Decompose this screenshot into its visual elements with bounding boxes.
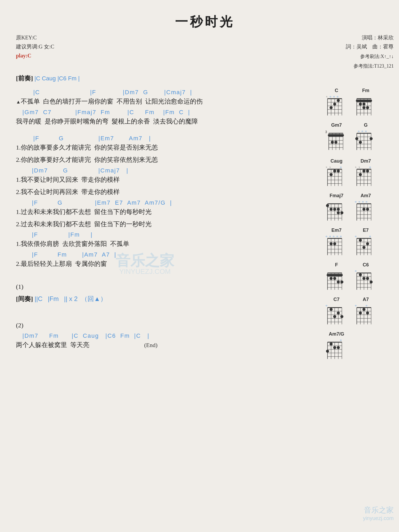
svg-point-200 xyxy=(333,315,336,318)
chord-grid-F xyxy=(325,269,348,293)
svg-point-30 xyxy=(363,106,365,109)
svg-point-44 xyxy=(331,141,334,144)
lyricist: 詞：吴斌 xyxy=(346,44,367,50)
chord-grid-C6: o xyxy=(354,269,378,293)
chorus-lyric1b: 2.你的故事要好久才能讲完 你的笑容依然别来无恙 xyxy=(16,155,319,165)
svg-text:o: o xyxy=(366,304,367,307)
chord-name-A7: A7 xyxy=(363,297,369,302)
svg-point-199 xyxy=(330,308,332,311)
interlude-section1: (1) [间奏] ||C |Fm || x 2 （回▲） xyxy=(16,282,319,304)
svg-point-231 xyxy=(333,346,336,349)
svg-text:o: o xyxy=(329,234,331,238)
chord-diagram-Am7: Am7 o o o o xyxy=(354,193,378,224)
svg-text:x: x xyxy=(326,95,328,98)
svg-point-60 xyxy=(370,137,373,140)
chord-name-E7: E7 xyxy=(363,228,369,233)
svg-rect-168 xyxy=(327,274,343,276)
chord-grid-Dm7: x x o xyxy=(354,165,378,189)
chorus-lyric2a: 1.我不要让时间又回来 带走你的模样 xyxy=(16,175,319,185)
svg-point-106 xyxy=(333,208,336,211)
chord-diagram-C: C x o o o xyxy=(325,88,348,118)
chorus-lyric2b: 2.我不会让时间再回来 带走你的模样 xyxy=(16,187,319,197)
watermark-url-bottom: yinyuezj.com xyxy=(363,515,394,521)
svg-point-77 xyxy=(330,173,332,176)
svg-point-61 xyxy=(359,141,362,144)
chorus-lyric1a: 1.你的故事要多久才能讲完 你的笑容是否别来无恙 xyxy=(16,142,319,152)
svg-text:o: o xyxy=(337,95,338,98)
svg-text:o: o xyxy=(361,129,363,133)
chord-grid-Am7G: o xyxy=(325,338,348,362)
svg-point-142 xyxy=(333,242,336,245)
svg-text:o: o xyxy=(340,338,342,341)
svg-text:x: x xyxy=(359,165,360,168)
svg-point-230 xyxy=(330,343,332,345)
verse1-lyric1: ▲不孤单 白色的墙打开一扇你的窗 不用告别 让阳光治愈命运的伤 xyxy=(16,96,319,106)
svg-point-170 xyxy=(333,277,336,280)
prelude-label: [前奏] xyxy=(16,75,33,82)
svg-point-93 xyxy=(359,173,362,176)
svg-point-109 xyxy=(340,211,343,214)
chord-row-6: F xyxy=(325,262,394,293)
svg-point-45 xyxy=(334,141,337,144)
chorus-lyric5: 2.最后轻轻关上那扇 专属你的窗 xyxy=(16,259,319,269)
svg-point-124 xyxy=(363,208,365,211)
chord-name-Caug: Caug xyxy=(331,158,343,164)
interlude-label1: (1) xyxy=(16,282,319,292)
svg-point-184 xyxy=(359,273,362,276)
svg-text:3: 3 xyxy=(325,130,327,134)
svg-text:o: o xyxy=(362,200,364,203)
svg-point-125 xyxy=(366,208,369,211)
chord-grid-Fm xyxy=(354,94,378,118)
svg-text:o: o xyxy=(336,234,338,238)
composer: 曲：霍尊 xyxy=(372,44,394,50)
svg-text:o: o xyxy=(355,304,357,307)
svg-text:o: o xyxy=(330,95,331,98)
svg-point-171 xyxy=(337,281,340,283)
meta-section: 原KEY:C 建议男调:G 女:C play:C 演唱：林采欣 詞：吴斌 曲：霍… xyxy=(16,33,394,70)
svg-point-28 xyxy=(359,103,362,106)
svg-point-107 xyxy=(337,208,340,211)
chord-diagram-E7: E7 o o xyxy=(354,228,378,258)
chord-diagram-G: G o o o xyxy=(354,122,378,154)
chorus-lyric4: 1.我依偎你肩膀 去欣赏窗外落阳 不孤单 xyxy=(16,239,319,249)
chord-diagram-C7: C7 o xyxy=(325,297,348,327)
svg-text:o: o xyxy=(369,165,371,168)
chord-name-G: G xyxy=(364,122,368,128)
main-content: |C |F|Dm7 G|Cmaj7 | ▲不孤单 白色的墙打开一扇你的窗 不用告… xyxy=(16,88,394,366)
chorus-chord5: |F Fm |Am7 A7 | xyxy=(32,251,319,258)
suggested-key: 建议男调:G 女:C xyxy=(16,42,54,51)
svg-point-157 xyxy=(366,242,369,245)
svg-text:o: o xyxy=(340,165,342,168)
chord-name-Am7G: Am7/G xyxy=(329,331,344,337)
chord-row-8: Am7/G o xyxy=(325,331,394,362)
chord-diagrams-panel: C x o o o xyxy=(325,88,394,366)
chorus-lyric3a: 1.过去和未来我们都不去想 留住当下的每秒时光 xyxy=(16,207,319,217)
chord-diagram-Gm7: Gm7 3 xyxy=(325,122,348,154)
interlude-section2: (2) |Dm7 Fm |C Caug |C6 Fm |C | 两个人躲在被窝里… xyxy=(16,320,319,350)
ref-finger: 参考指法:T123_121 xyxy=(346,62,394,70)
chorus-lyric3b: 2.过去和未来我们都不去想 留住当下的一秒时光 xyxy=(16,219,319,229)
svg-text:x: x xyxy=(326,165,327,168)
svg-text:o: o xyxy=(340,234,342,238)
svg-point-16 xyxy=(330,106,332,109)
chord-diagram-Am7G: Am7/G o xyxy=(325,331,348,362)
svg-point-105 xyxy=(330,208,332,211)
svg-text:o: o xyxy=(359,200,360,203)
chord-name-C: C xyxy=(335,88,338,93)
chord-row-2: Gm7 3 xyxy=(325,122,394,154)
chord-name-Em7: Em7 xyxy=(331,228,342,233)
chord-grid-E7: o o xyxy=(354,234,378,258)
svg-text:o: o xyxy=(358,129,360,133)
svg-point-29 xyxy=(363,103,365,106)
interlude-lyric: 两个人躲在被窝里 等天亮 (End) xyxy=(16,340,319,350)
svg-point-185 xyxy=(363,277,365,280)
chord-diagram-C6: C6 o xyxy=(354,262,378,293)
svg-point-92 xyxy=(366,170,369,172)
chord-grid-C7: o xyxy=(325,303,348,327)
svg-point-201 xyxy=(337,312,340,315)
chord-grid-Am7: o o o o xyxy=(354,200,378,224)
chord-name-Am7: Am7 xyxy=(360,193,371,199)
svg-point-75 xyxy=(333,170,336,172)
chord-grid-C: x o o o xyxy=(325,94,348,118)
chord-row-4: Fmaj7 xyxy=(325,193,394,224)
